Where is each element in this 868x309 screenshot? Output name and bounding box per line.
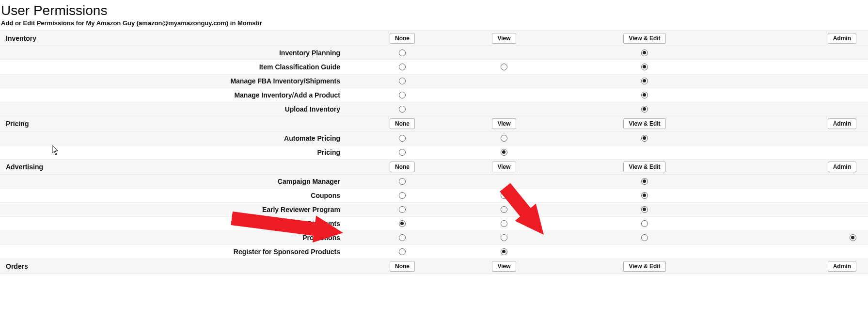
page-title: User Permissions [1,3,868,18]
cell-view [456,135,552,142]
radio-view_edit[interactable] [641,220,648,227]
cell-view_edit [552,178,737,185]
radio-view_edit[interactable] [641,49,648,56]
cell-none [349,192,456,199]
none-all-button[interactable]: None [390,261,415,272]
radio-none[interactable] [399,178,406,185]
permission-row: Campaign Manager [0,175,868,189]
radio-none[interactable] [399,234,406,241]
cell-none [349,234,456,241]
view-all-button[interactable]: View [492,162,516,172]
admin-all-button[interactable]: Admin [828,118,856,129]
radio-none[interactable] [399,135,406,142]
admin-all-button[interactable]: Admin [828,33,856,44]
cell-none [349,64,456,70]
permission-label: Prime Exclusive Discounts [0,220,349,228]
cell-view_edit [552,106,737,113]
cell-view [456,92,552,98]
cell-admin [737,92,868,98]
cell-view_edit [552,135,737,142]
permission-row: Promotions [0,231,868,245]
radio-view_edit[interactable] [641,178,648,185]
none-all-button[interactable]: None [390,118,415,129]
radio-none[interactable] [399,49,406,56]
cell-view [456,192,552,199]
cell-none [349,178,456,185]
view_edit-all-button[interactable]: View & Edit [623,162,665,172]
header-col-none: None [349,261,456,272]
cell-admin [737,149,868,156]
cell-none [349,149,456,156]
radio-none[interactable] [399,248,406,255]
radio-view[interactable] [501,206,507,213]
header-col-none: None [349,118,456,129]
radio-admin[interactable] [850,234,856,241]
cell-view [456,220,552,227]
permission-label: Item Classification Guide [0,63,349,71]
view-all-button[interactable]: View [492,118,516,129]
permission-row: Inventory Planning [0,46,868,60]
radio-view_edit[interactable] [641,78,648,84]
radio-view_edit[interactable] [641,64,648,70]
cell-view_edit [552,248,737,255]
cell-admin [737,106,868,113]
radio-view_edit[interactable] [641,106,648,113]
admin-all-button[interactable]: Admin [828,162,856,172]
header-col-view_edit: View & Edit [552,33,737,44]
permission-label: Register for Sponsored Products [0,248,349,256]
cell-view [456,206,552,213]
admin-all-button[interactable]: Admin [828,261,856,272]
header-col-view: View [456,33,552,44]
section-label: Pricing [0,120,349,128]
permission-label: Automate Pricing [0,134,349,142]
radio-none[interactable] [399,192,406,199]
permission-row: Coupons [0,189,868,203]
radio-view_edit[interactable] [641,206,648,213]
permission-label: Inventory Planning [0,49,349,57]
cell-admin [737,248,868,255]
view_edit-all-button[interactable]: View & Edit [623,261,665,272]
radio-view_edit[interactable] [641,135,648,142]
radio-view[interactable] [501,234,507,241]
cell-view_edit [552,206,737,213]
radio-view_edit[interactable] [641,234,648,241]
view-all-button[interactable]: View [492,261,516,272]
view_edit-all-button[interactable]: View & Edit [623,118,665,129]
radio-none[interactable] [399,78,406,84]
radio-view[interactable] [501,248,507,255]
cell-view_edit [552,192,737,199]
permission-row: Manage FBA Inventory/Shipments [0,74,868,88]
radio-none[interactable] [399,64,406,70]
radio-none[interactable] [399,206,406,213]
permission-row: Early Reviewer Program [0,203,868,217]
radio-view[interactable] [501,220,507,227]
radio-none[interactable] [399,92,406,98]
radio-view[interactable] [501,135,507,142]
radio-view[interactable] [501,192,507,199]
cell-view_edit [552,92,737,98]
cell-admin [737,192,868,199]
permission-row: Pricing [0,146,868,160]
none-all-button[interactable]: None [390,162,415,172]
radio-view_edit[interactable] [641,192,648,199]
view_edit-all-button[interactable]: View & Edit [623,33,665,44]
cell-admin [737,135,868,142]
radio-none[interactable] [399,106,406,113]
header-col-view_edit: View & Edit [552,261,737,272]
permission-row: Manage Inventory/Add a Product [0,88,868,102]
none-all-button[interactable]: None [390,33,415,44]
radio-none[interactable] [399,220,406,227]
radio-none[interactable] [399,149,406,156]
cell-admin [737,64,868,70]
radio-view_edit[interactable] [641,92,648,98]
cell-view_edit [552,234,737,241]
section-header: InventoryNoneViewView & EditAdmin [0,31,868,46]
cell-admin [737,220,868,227]
header-col-none: None [349,33,456,44]
radio-view[interactable] [501,149,507,156]
header-col-admin: Admin [737,162,868,172]
radio-view[interactable] [501,64,507,70]
permission-label: Manage FBA Inventory/Shipments [0,77,349,85]
view-all-button[interactable]: View [492,33,516,44]
section-label: Inventory [0,34,349,42]
